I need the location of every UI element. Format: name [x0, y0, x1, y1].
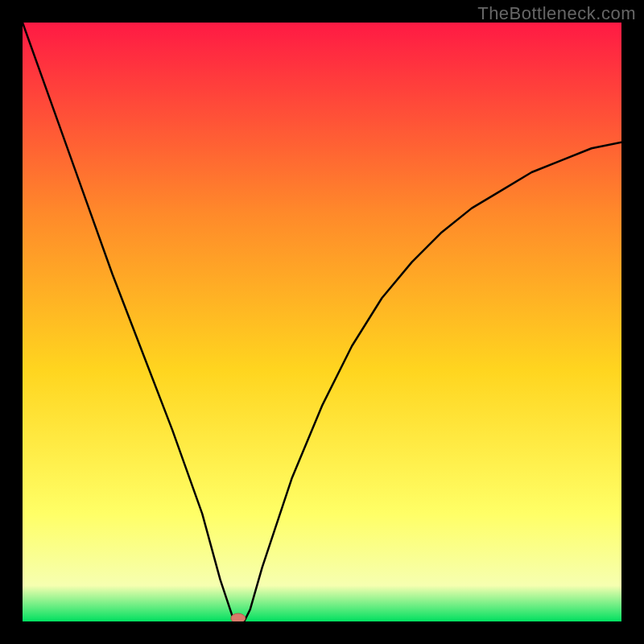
- chart-stage: TheBottleneck.com: [0, 0, 644, 644]
- plot-area: [23, 23, 621, 621]
- bottleneck-canvas: [23, 23, 621, 621]
- watermark-text: TheBottleneck.com: [477, 3, 636, 24]
